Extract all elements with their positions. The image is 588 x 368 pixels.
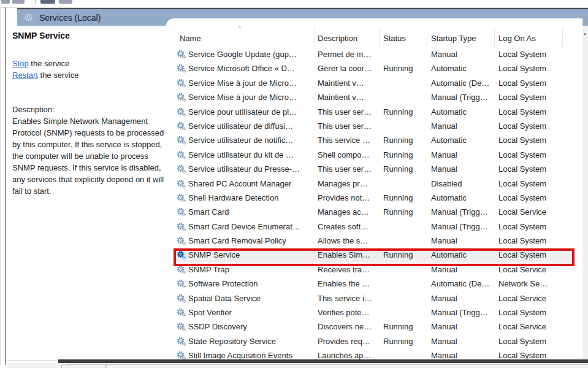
column-separator[interactable] (562, 28, 563, 47)
restart-service-line: Restart the service (12, 69, 78, 81)
services-list-panel: ˆ Name Description Status Startup Type L… (166, 18, 582, 363)
toolbar-button-stub-icon[interactable] (59, 0, 72, 4)
service-name-cell: Smart Card (188, 205, 229, 219)
service-name-cell: Service pour utilisateur de pl… (188, 105, 297, 119)
service-gear-icon (177, 207, 186, 217)
column-separator[interactable] (494, 28, 495, 47)
scroll-up-icon[interactable]: ▲ (583, 32, 587, 36)
service-log-on-as-cell: Local System (498, 105, 546, 119)
services-console-window: Services (Local) SNMP Service Stop the s… (0, 0, 588, 368)
service-name-cell: Spot Verifier (188, 305, 232, 320)
service-row[interactable]: Spot Verifier Verifies pote… Manual (Tri… (166, 305, 582, 320)
service-gear-icon (177, 236, 186, 245)
service-row[interactable]: SNMP Trap Receives tra… Manual Local Ser… (166, 263, 582, 277)
service-row[interactable]: Service utilisateur de diffusi… This use… (166, 119, 582, 133)
window-left-edge (1, 7, 1, 365)
service-startup-type-cell: Automatic (De… (431, 277, 489, 291)
column-header-description[interactable]: Description (318, 34, 357, 43)
service-description-cell: Receives tra… (318, 263, 370, 277)
service-startup-type-cell: Manual (Trigg… (431, 220, 488, 234)
service-status-cell: Running (383, 133, 413, 147)
service-log-on-as-cell: Local System (498, 220, 546, 234)
column-header-status[interactable]: Status (383, 34, 406, 43)
window-left-inner-edge (5, 7, 6, 365)
service-gear-icon (177, 222, 186, 231)
service-row[interactable]: Service utilisateur du kit de … Shell co… (166, 148, 582, 162)
vertical-scrollbar[interactable]: ▲ (582, 26, 588, 363)
services-gear-icon (23, 12, 35, 24)
service-startup-type-cell: Manual (431, 291, 457, 305)
service-row[interactable]: Smart Card Removal Policy Allows the s… … (166, 234, 582, 248)
toolbar-button-stub-icon[interactable] (12, 0, 25, 4)
service-description-cell: Allows the s… (318, 234, 368, 248)
service-row[interactable]: Shell Hardware Detection Provides not… R… (166, 191, 582, 205)
service-row[interactable]: Service Mise à jour de Micro… Maintient … (166, 90, 582, 104)
service-description-cell: Creates soft… (318, 220, 368, 234)
service-startup-type-cell: Automatic (431, 105, 467, 119)
service-description-cell: Gérer la coor… (318, 61, 372, 75)
service-row[interactable]: Service utilisateur du Presse-… This use… (166, 162, 582, 176)
service-description-cell: Shell compo… (318, 148, 370, 162)
service-row[interactable]: Service utilisateur de notific… This ser… (166, 133, 582, 147)
column-separator[interactable] (427, 28, 427, 47)
service-row[interactable]: SNMP Service Enables Sim… Running Automa… (166, 248, 582, 262)
description-text: Enables Simple Network Management Protoc… (12, 115, 166, 197)
service-row[interactable]: Service Mise à jour de Micro… Maintient … (166, 76, 582, 90)
service-actions: Stop the service Restart the service (12, 58, 78, 81)
service-row[interactable]: State Repository Service Provides req… R… (166, 334, 582, 348)
service-description-cell: Permet de m… (318, 47, 371, 61)
service-row[interactable]: Smart Card Manages ac… Running Manual (T… (166, 205, 582, 219)
restart-link[interactable]: Restart (12, 71, 38, 80)
column-separator[interactable] (314, 28, 315, 47)
service-description-cell: Manages pr… (318, 177, 368, 191)
service-name-cell: Service Mise à jour de Micro… (188, 90, 297, 104)
service-description-cell: Maintient v… (318, 90, 364, 104)
stop-link[interactable]: Stop (12, 59, 29, 68)
service-description-cell: Provides not… (318, 191, 370, 205)
service-status-cell: Running (383, 191, 413, 205)
service-row[interactable]: Software Protection Enables the … Automa… (166, 277, 582, 291)
service-description-cell: Maintient v… (318, 76, 364, 90)
service-gear-icon (177, 265, 186, 274)
service-gear-icon (177, 164, 186, 174)
service-log-on-as-cell: Local System (498, 119, 546, 133)
service-row[interactable]: Spatial Data Service This service i… Man… (166, 291, 582, 305)
service-log-on-as-cell: Network Se… (498, 277, 548, 291)
service-rows: Service Google Update (gup… Permet de m…… (166, 47, 582, 363)
service-startup-type-cell: Manual (431, 119, 457, 133)
service-startup-type-cell: Manual (431, 162, 457, 176)
stop-suffix: the service (29, 59, 69, 68)
service-log-on-as-cell: Local Service (498, 205, 546, 219)
service-log-on-as-cell: Local System (498, 234, 546, 248)
service-log-on-as-cell: Local System (498, 47, 546, 61)
service-name-cell: Shell Hardware Detection (188, 191, 278, 205)
service-description: Description: Enables Simple Network Mana… (12, 104, 166, 197)
column-separator[interactable] (379, 28, 380, 47)
service-startup-type-cell: Manual (431, 234, 457, 248)
service-row[interactable]: Smart Card Device Enumerat… Creates soft… (166, 220, 582, 234)
service-gear-icon (177, 136, 186, 145)
service-startup-type-cell: Manual (431, 334, 457, 348)
service-startup-type-cell: Manual (Trigg… (431, 305, 488, 320)
toolbar-button-stub-icon[interactable] (1, 0, 10, 4)
bottom-tab-stub[interactable] (60, 364, 63, 368)
extended-view-panel: SNMP Service Stop the service Restart th… (7, 26, 166, 361)
service-row[interactable]: Service Microsoft Office « D… Gérer la c… (166, 61, 582, 75)
service-description-cell: This service … (318, 133, 370, 147)
service-log-on-as-cell: Local Service (498, 263, 546, 277)
restart-suffix: the service (38, 71, 78, 80)
service-row[interactable]: Service Google Update (gup… Permet de m…… (166, 47, 582, 61)
panel-bottom-border (7, 361, 58, 361)
column-header-name[interactable]: Name (180, 34, 201, 43)
column-header-log-on-as[interactable]: Log On As (498, 34, 536, 43)
service-row[interactable]: SSDP Discovery Discovers ne… Running Man… (166, 320, 582, 334)
service-gear-icon (177, 50, 186, 59)
service-log-on-as-cell: Local System (498, 133, 546, 147)
toolbar-button-stub-pressed-icon[interactable] (40, 0, 55, 4)
service-row[interactable]: Shared PC Account Manager Manages pr… Di… (166, 177, 582, 191)
service-log-on-as-cell: Local Service (498, 291, 546, 305)
service-gear-icon (177, 64, 186, 73)
service-row[interactable]: Service pour utilisateur de pl… This use… (166, 105, 582, 119)
column-header-startup-type[interactable]: Startup Type (431, 34, 476, 43)
service-gear-icon (177, 337, 186, 346)
